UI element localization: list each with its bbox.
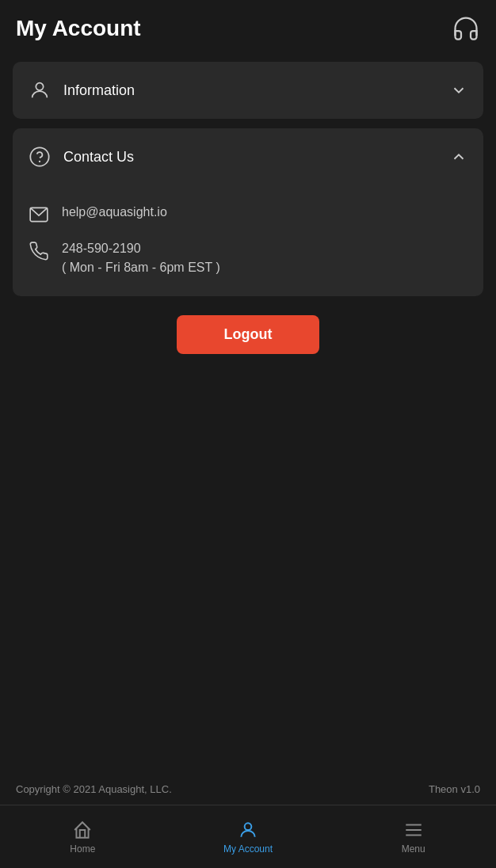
email-row: help@aquasight.io — [29, 203, 467, 225]
nav-item-home[interactable]: Home — [0, 805, 166, 868]
home-icon — [72, 820, 93, 840]
phone-info: 248-590-2190 ( Mon - Fri 8am - 6pm EST ) — [62, 239, 220, 277]
version-text: Theon v1.0 — [429, 783, 480, 795]
contact-us-accordion: Contact Us help@aquasight.io 248-5 — [13, 128, 483, 296]
nav-account-label: My Account — [223, 843, 273, 855]
phone-row: 248-590-2190 ( Mon - Fri 8am - 6pm EST ) — [29, 239, 467, 277]
logout-container: Logout — [13, 315, 483, 354]
footer: Copyright © 2021 Aquasight, LLC. Theon v… — [0, 774, 496, 805]
svg-point-4 — [245, 823, 252, 830]
chevron-down-icon — [450, 82, 467, 99]
nav-item-menu[interactable]: Menu — [330, 805, 496, 868]
nav-menu-label: Menu — [402, 843, 425, 855]
nav-item-my-account[interactable]: My Account — [166, 805, 331, 868]
menu-icon — [403, 820, 424, 840]
phone-icon — [29, 241, 49, 261]
information-label: Information — [63, 82, 450, 99]
copyright-text: Copyright © 2021 Aquasight, LLC. — [16, 783, 172, 795]
question-circle-icon — [29, 146, 51, 168]
svg-point-1 — [30, 147, 48, 166]
logout-button[interactable]: Logout — [177, 315, 320, 354]
chevron-up-icon — [450, 148, 467, 166]
email-address[interactable]: help@aquasight.io — [62, 203, 167, 222]
bottom-nav: Home My Account Menu — [0, 805, 496, 868]
svg-point-0 — [36, 83, 43, 90]
nav-home-label: Home — [70, 843, 95, 855]
page-title: My Account — [16, 16, 141, 41]
person-nav-icon — [238, 820, 258, 840]
headset-icon — [452, 14, 480, 43]
information-accordion-header[interactable]: Information — [13, 62, 483, 119]
contact-us-body: help@aquasight.io 248-590-2190 ( Mon - F… — [13, 185, 483, 296]
contact-us-label: Contact Us — [63, 149, 450, 166]
contact-us-accordion-header[interactable]: Contact Us — [13, 128, 483, 185]
information-accordion: Information — [13, 62, 483, 119]
email-icon — [29, 204, 49, 225]
header: My Account — [0, 0, 496, 54]
person-icon — [29, 79, 51, 101]
main-content: Information Contact Us — [0, 54, 496, 774]
phone-number[interactable]: 248-590-2190 — [62, 239, 220, 258]
phone-hours: ( Mon - Fri 8am - 6pm EST ) — [62, 258, 220, 277]
